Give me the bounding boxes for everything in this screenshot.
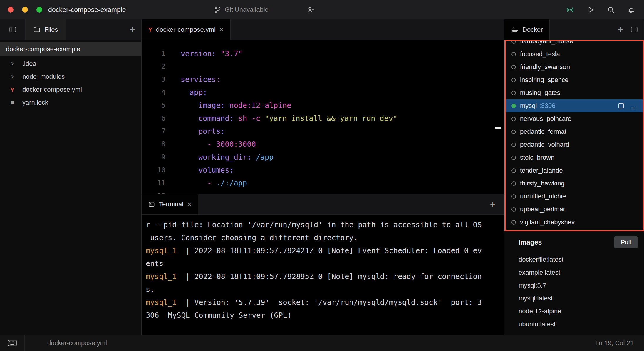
image-row[interactable]: ubuntu:latest xyxy=(504,318,644,331)
tab-terminal[interactable]: Terminal × xyxy=(142,194,198,214)
container-row[interactable]: unruffled_ritchie xyxy=(506,190,643,203)
container-row[interactable]: thirsty_hawking xyxy=(506,177,643,190)
file-tree-item[interactable]: ≡yarn.lock xyxy=(0,96,141,109)
container-row[interactable]: focused_tesla xyxy=(506,48,643,61)
container-row[interactable]: mysql:3306… xyxy=(506,99,643,112)
statusbar-active-file[interactable]: docker-compose.yml xyxy=(47,339,107,347)
editor-tab-bar: Y docker-compose.yml × xyxy=(142,19,504,40)
docker-panel: Docker + flamboyant_morsefocused_teslafr… xyxy=(504,19,644,335)
statusbar: docker-compose.yml Ln 19, Col 21 xyxy=(0,335,644,351)
container-stopped-icon xyxy=(511,207,516,212)
run-icon[interactable] xyxy=(587,6,595,14)
cursor-position[interactable]: Ln 19, Col 21 xyxy=(595,339,644,347)
container-port: :3306 xyxy=(539,102,555,110)
container-row[interactable]: tender_lalande xyxy=(506,164,643,177)
container-stopped-icon xyxy=(511,220,516,225)
add-collaborator-button[interactable] xyxy=(307,6,315,14)
tab-docker-compose-yml[interactable]: Y docker-compose.yml × xyxy=(142,19,231,40)
pull-image-button[interactable]: Pull xyxy=(614,236,638,248)
container-row[interactable]: stoic_brown xyxy=(506,151,643,164)
terminal-line: mysql_1 | 2022-08-18T11:09:57.792895Z 0 … xyxy=(146,270,504,283)
docker-bar-spacer xyxy=(550,19,614,40)
chevron-right-icon: › xyxy=(9,59,16,67)
code-line[interactable]: 12 xyxy=(142,189,504,194)
tab-docker[interactable]: Docker xyxy=(504,19,550,40)
container-row[interactable]: friendly_swanson xyxy=(506,61,643,73)
image-row[interactable]: mysql:5.7 xyxy=(504,279,644,292)
file-tree-item[interactable]: ›.idea xyxy=(0,57,141,70)
container-name: friendly_swanson xyxy=(520,63,570,71)
notifications-bell-icon[interactable] xyxy=(627,6,635,14)
container-row[interactable]: pedantic_volhard xyxy=(506,138,643,151)
code-line[interactable]: 6 command: sh -c "yarn install && yarn r… xyxy=(142,112,504,125)
line-number: 1 xyxy=(142,50,165,57)
container-name: stoic_brown xyxy=(520,154,554,161)
containers-annotation-box: flamboyant_morsefocused_teslafriendly_sw… xyxy=(504,40,644,231)
terminal-tab-label: Terminal xyxy=(159,200,183,208)
scrollbar-marker[interactable] xyxy=(495,127,501,129)
container-name: musing_gates xyxy=(520,89,560,97)
new-panel-tab-button[interactable]: + xyxy=(125,19,139,40)
minimize-window-button[interactable] xyxy=(22,7,28,13)
project-name[interactable]: docker-compose-example xyxy=(48,6,126,14)
container-row[interactable]: flamboyant_morse xyxy=(506,40,643,48)
images-title: Images xyxy=(519,238,542,246)
container-row[interactable]: nervous_poincare xyxy=(506,112,643,125)
code-line[interactable]: 11 - ./:/app xyxy=(142,176,504,189)
container-name: thirsty_hawking xyxy=(520,180,565,187)
editor-window: docker-compose-example Git Unavailable xyxy=(0,0,644,351)
code-line[interactable]: 3services: xyxy=(142,73,504,86)
image-row[interactable]: dockerfile:latest xyxy=(504,253,644,266)
close-window-button[interactable] xyxy=(8,7,14,13)
container-row[interactable]: inspiring_spence xyxy=(506,73,643,86)
keyboard-icon[interactable] xyxy=(0,335,25,351)
container-name: mysql xyxy=(520,102,537,110)
close-terminal-icon[interactable]: × xyxy=(187,201,192,208)
line-number: 3 xyxy=(142,76,165,83)
code-line[interactable]: 2 xyxy=(142,60,504,73)
project-root-item[interactable]: docker-compose-example xyxy=(0,42,141,56)
new-terminal-button[interactable]: + xyxy=(486,194,499,214)
container-row[interactable]: vigilant_chebyshev xyxy=(506,216,643,229)
code-line[interactable]: 8 - 3000:3000 xyxy=(142,138,504,151)
file-tree-item[interactable]: ›node_modules xyxy=(0,70,141,83)
line-number: 8 xyxy=(142,140,165,148)
image-row[interactable]: example:latest xyxy=(504,266,644,279)
container-menu-icon[interactable]: … xyxy=(629,104,637,108)
git-status[interactable]: Git Unavailable xyxy=(214,6,269,14)
code-line[interactable]: 10 volumes: xyxy=(142,163,504,176)
toggle-right-dock-button[interactable] xyxy=(627,19,641,40)
screen-share-icon[interactable] xyxy=(566,6,574,14)
search-icon[interactable] xyxy=(607,6,615,14)
file-tree-item[interactable]: Ydocker-compose.yml xyxy=(0,83,141,96)
line-number: 4 xyxy=(142,88,165,96)
container-name: focused_tesla xyxy=(520,50,560,58)
zoom-window-button[interactable] xyxy=(36,7,42,13)
terminal-line: 306 MySQL Community Server (GPL) xyxy=(146,309,504,322)
container-name: pedantic_volhard xyxy=(520,141,569,148)
titlebar-actions xyxy=(566,6,635,14)
image-row[interactable]: mysql:latest xyxy=(504,292,644,305)
code-line[interactable]: 4 app: xyxy=(142,86,504,99)
container-row[interactable]: pedantic_fermat xyxy=(506,125,643,138)
tab-files[interactable]: Files xyxy=(26,19,66,40)
add-panel-button[interactable]: + xyxy=(614,19,627,40)
code-line[interactable]: 5 image: node:12-alpine xyxy=(142,99,504,112)
code-editor[interactable]: 1version: "3.7"23services:4 app:5 image:… xyxy=(142,40,504,194)
code-line[interactable]: 7 ports: xyxy=(142,125,504,138)
toggle-left-dock-button[interactable] xyxy=(0,19,26,40)
folder-icon xyxy=(33,26,41,33)
line-number: 12 xyxy=(142,192,165,194)
container-row[interactable]: upbeat_perlman xyxy=(506,203,643,216)
stop-container-icon[interactable] xyxy=(618,103,624,108)
container-row[interactable]: musing_gates xyxy=(506,86,643,99)
terminal-output[interactable]: r --pid-file: Location '/var/run/mysqld'… xyxy=(142,215,504,335)
close-tab-icon[interactable]: × xyxy=(219,26,224,33)
container-stopped-icon xyxy=(511,40,516,44)
code-line[interactable]: 1version: "3.7" xyxy=(142,47,504,60)
image-row[interactable]: node:12-alpine xyxy=(504,305,644,318)
editor-pane: Y docker-compose.yml × 1version: "3.7"23… xyxy=(142,19,504,335)
code-text: volumes: xyxy=(165,166,234,174)
docker-tab-label: Docker xyxy=(522,26,543,34)
code-line[interactable]: 9 working_dir: /app xyxy=(142,151,504,163)
